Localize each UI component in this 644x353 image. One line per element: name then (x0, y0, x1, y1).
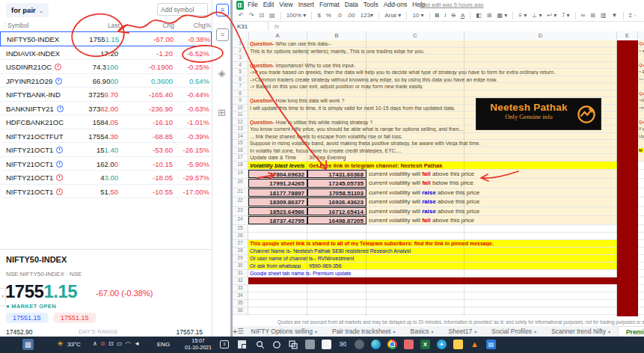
watchlist-row-JPYINR21O29[interactable]: JPYINR21O2966.90000.36000.54% (0, 74, 210, 88)
row-header-34[interactable]: 34 (233, 292, 248, 299)
store-taskbar-icon[interactable] (322, 340, 331, 349)
weather-icon[interactable]: ☀ (57, 340, 64, 348)
cell-A2[interactable]: This is for options sellers( writers); m… (250, 49, 616, 54)
row-header-31[interactable]: 31 (233, 270, 248, 277)
cell-A23[interactable]: 18523.64586 (248, 207, 307, 215)
print-icon[interactable]: ⊡ (259, 12, 264, 19)
cell-B23[interactable]: 16712.65414 (307, 207, 367, 215)
row-header-35[interactable]: 35 (233, 300, 248, 307)
edge-taskbar-icon[interactable] (371, 340, 381, 349)
notes-icon[interactable]: ≡ (216, 28, 229, 41)
cell-B30[interactable]: 9590-969-356 (309, 263, 376, 268)
chevron-up-icon[interactable]: ∧ (93, 340, 100, 347)
row-header-18[interactable]: 18 (233, 162, 248, 170)
start-button[interactable] (238, 340, 246, 349)
font-size-icon[interactable]: 10 ▾ (412, 12, 423, 19)
cell-A24[interactable]: 18737.42795 (248, 216, 307, 224)
row-header-14[interactable]: 14 (233, 133, 248, 140)
docs-taskbar-icon[interactable]: ▤ (486, 340, 496, 349)
cell-B20[interactable]: 17245.05735 (307, 179, 367, 187)
cortana-icon[interactable] (272, 340, 281, 349)
mail-taskbar-icon[interactable]: ✉ (338, 340, 348, 349)
cell-F10[interactable]: >In (639, 105, 644, 110)
sheets-logo-icon[interactable] (236, 1, 244, 10)
row-header-13[interactable]: 13 (233, 126, 248, 132)
cell-C24[interactable]: current volatility will fall above this … (369, 217, 616, 224)
wifi-icon[interactable]: ◠ (126, 340, 134, 347)
row-header-5[interactable]: 5 (233, 69, 248, 76)
row-header-28[interactable]: 28 (233, 248, 248, 254)
cell-B24[interactable]: 16498.87205 (307, 216, 367, 224)
row-header-15[interactable]: 15 (233, 140, 248, 147)
cell-C21[interactable]: current volatility will raise above this… (369, 189, 616, 196)
row-header-10[interactable]: 10 (233, 105, 248, 111)
tab-pair-trade-tracksheet[interactable]: Pair trade tracksheet▾ (325, 326, 402, 337)
paint-format-icon[interactable]: ▤ (269, 12, 275, 19)
cell-A7[interactable]: -> Based on this you can exit, adjust po… (250, 84, 616, 89)
watchlist-row-NIFTYBANK-IND[interactable]: NIFTYBANK-IND37259.70-165.40-0.44% (0, 88, 210, 102)
row-header-22[interactable]: 22 (233, 197, 248, 206)
menu-add-ons[interactable]: Add-ons (384, 1, 408, 8)
row-header-2[interactable]: 2 (233, 48, 248, 55)
ask-price-pill[interactable]: 17551.15 (54, 313, 96, 323)
tab-nifty-options-selling[interactable]: NIFTY Options selling▾ (244, 326, 325, 337)
weather-temperature[interactable]: 33°C (67, 341, 81, 348)
horizontal-align-icon[interactable]: ≡ ▾ (518, 12, 527, 19)
cell-F9[interactable]: >G (639, 98, 644, 102)
detail-symbol-title[interactable]: NIFTY50-INDEX (6, 255, 67, 264)
column-chg[interactable]: Chg (162, 22, 174, 29)
folder-taskbar-icon[interactable] (453, 340, 463, 349)
cell-A29[interactable]: Or user name of channel is-- RVNinvestme… (250, 256, 616, 261)
menu-data[interactable]: Data (345, 1, 358, 8)
row-header-3[interactable]: 3 (233, 55, 248, 61)
text-rotation-icon[interactable]: ⤴ ▾ (562, 12, 569, 19)
cell-A22[interactable]: 18309.86377 (248, 197, 307, 206)
taskbar-clock[interactable]: 15:07 01-10-2021 (180, 338, 217, 351)
borders-icon[interactable]: ⊞ (487, 12, 492, 19)
cell-F2[interactable]: > s (639, 49, 644, 53)
bid-price-pill[interactable]: 17551.15 (6, 313, 48, 323)
excel-taskbar-icon[interactable]: X (420, 340, 430, 349)
font-family-icon[interactable]: Arial ▾ (384, 12, 401, 19)
watchlist-row-USDINR21OC[interactable]: USDINR21OC74.3100-0.1900-0.25% (0, 60, 210, 74)
row-header-9[interactable]: 9 (233, 97, 248, 104)
row-header-32[interactable]: 32 (233, 277, 248, 284)
cell-A18[interactable]: Volatility blast levels (250, 162, 306, 169)
cell-A4[interactable]: Question- Importance! Why to use this in… (250, 63, 616, 68)
cell-A27[interactable]: This google sheet link is shared to all … (250, 241, 616, 246)
column-header-A[interactable]: A (248, 31, 307, 40)
last-edit-link[interactable]: Last edit was 5 hours ago (420, 1, 483, 8)
row-header-20[interactable]: 20 (233, 179, 248, 187)
row-header-25[interactable]: 25 (233, 225, 248, 232)
chrome-taskbar-icon[interactable] (387, 340, 397, 349)
cell-F14[interactable]: Up (639, 134, 644, 138)
cell-F16[interactable]: M (639, 148, 644, 153)
antivirus-icon[interactable]: ⊘ (100, 340, 108, 347)
notification-center-icon[interactable]: 3 (220, 340, 229, 349)
dell-taskbar-icon[interactable] (355, 340, 364, 349)
insert-link-icon[interactable]: ∞ (581, 12, 586, 19)
menu-file[interactable]: File (248, 1, 258, 8)
add-symbol-input[interactable] (157, 3, 208, 16)
cell-F13[interactable]: If y (639, 126, 644, 131)
row-header-36[interactable]: 36 (233, 307, 248, 314)
increase-decimal-icon[interactable]: .00 (347, 12, 355, 19)
cell-B22[interactable]: 16926.43623 (307, 197, 367, 206)
row-header-6[interactable]: 6 (233, 76, 248, 83)
cell-A15[interactable]: Suppose in rising volatility band, avoid… (250, 141, 616, 146)
row-header-8[interactable]: 8 (233, 90, 248, 97)
column-e-fill[interactable] (617, 40, 638, 316)
watchlist-row-INDIAVIX-INDEX[interactable]: INDIAVIX-INDEX17.20-1.20-6.52% (0, 46, 210, 61)
cell-B17[interactable]: 30 Sep Evening (309, 155, 376, 160)
more-formats-icon[interactable]: 123▾ (361, 12, 373, 19)
tab-scanner-trend-nifty[interactable]: Scanner trend Nifty▾ (544, 326, 618, 337)
cell-A17[interactable]: Update date & Time (250, 155, 306, 160)
photos-taskbar-icon[interactable] (404, 340, 414, 349)
fill-color-icon[interactable]: ◧ (476, 12, 482, 19)
insert-chart-icon[interactable]: ▥ (601, 12, 607, 19)
functions-icon[interactable]: Σ · (629, 12, 637, 19)
tab-basics[interactable]: Basics▾ (403, 326, 441, 337)
redo-icon[interactable]: ↷ (249, 12, 254, 19)
insert-comment-icon[interactable]: ⊞ (590, 12, 595, 19)
cell-A6[interactable]: ->Common traders create strategy without… (250, 77, 616, 82)
